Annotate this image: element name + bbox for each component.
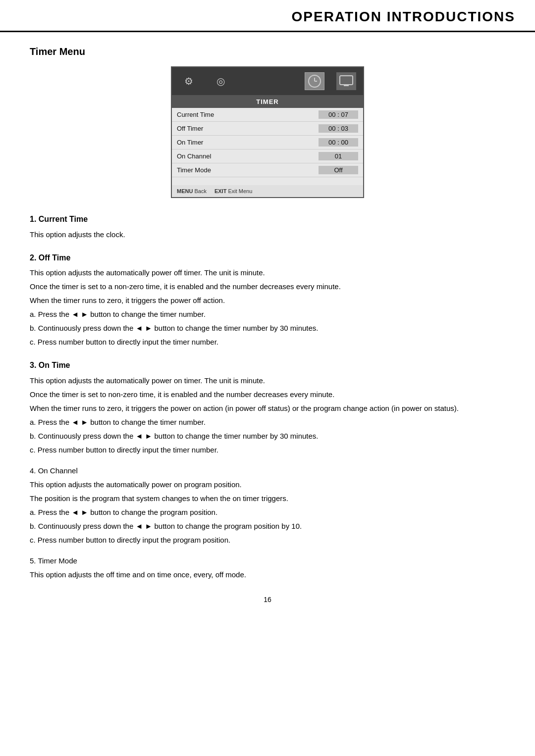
- section-3-para-0: This option adjusts the automatically po…: [30, 375, 505, 387]
- table-row: Off Timer 00 : 03: [172, 122, 363, 136]
- footer-menu-key: MENU Back: [177, 188, 207, 194]
- section-4-para-4: c. Press number button to directly input…: [30, 534, 505, 546]
- row-label: Timer Mode: [177, 166, 319, 174]
- main-content: 1. Current Time This option adjusts the …: [30, 213, 505, 581]
- tv-menu-footer: MENU Back EXIT Exit Menu: [172, 185, 363, 197]
- section-3-para-2: When the timer runs to zero, it triggers…: [30, 403, 505, 414]
- settings-icon: ⚙: [179, 72, 199, 90]
- section-2-para-2: When the timer runs to zero, it triggers…: [30, 295, 505, 306]
- tv-menu-screenshot: ⚙ ◎ TIMER: [30, 66, 505, 198]
- section-2-para-0: This option adjusts the automatically po…: [30, 267, 505, 279]
- table-row: Timer Mode Off: [172, 163, 363, 177]
- section-2-para-3: a. Press the ◄ ► button to change the ti…: [30, 308, 505, 320]
- section-4-para-0: This option adjusts the automatically po…: [30, 479, 505, 491]
- svg-rect-3: [340, 76, 353, 85]
- section-5-para-0: This option adjusts the off time and on …: [30, 569, 505, 581]
- section-3-para-3: a. Press the ◄ ► button to change the ti…: [30, 416, 505, 428]
- table-row: On Timer 00 : 00: [172, 136, 363, 150]
- section-2-para-5: c. Press number button to directly input…: [30, 336, 505, 348]
- row-label: Off Timer: [177, 125, 319, 132]
- footer-exit-key: EXIT Exit Menu: [214, 188, 252, 194]
- section-3-heading: 3. On Time: [30, 359, 505, 372]
- tv-menu-header: TIMER: [172, 96, 363, 108]
- table-row: On Channel 01: [172, 150, 363, 163]
- section-2-heading: 2. Off Time: [30, 252, 505, 264]
- tv-menu: ⚙ ◎ TIMER: [171, 66, 364, 198]
- input-icon: ◎: [211, 72, 230, 90]
- page-header: OPERATION INTRODUCTIONS: [0, 0, 535, 32]
- row-value: 01: [319, 152, 358, 160]
- row-value: Off: [319, 166, 358, 174]
- section-3-para-1: Once the timer is set to non-zero time, …: [30, 389, 505, 401]
- page-number: 16: [30, 596, 505, 604]
- section-3-para-4: b. Continuously press down the ◄ ► butto…: [30, 430, 505, 442]
- row-value: 00 : 00: [319, 138, 358, 147]
- section-1-para-0: This option adjusts the clock.: [30, 229, 505, 241]
- page-title: OPERATION INTRODUCTIONS: [20, 9, 515, 25]
- section-1-heading: 1. Current Time: [30, 213, 505, 226]
- tv-menu-icons-row: ⚙ ◎: [172, 67, 363, 96]
- row-label: Current Time: [177, 111, 319, 118]
- table-row: Current Time 00 : 07: [172, 108, 363, 122]
- section-2-para-1: Once the timer is set to a non-zero time…: [30, 281, 505, 293]
- section-title: Timer Menu: [30, 46, 505, 57]
- section-4-para-3: b. Continuously press down the ◄ ► butto…: [30, 520, 505, 532]
- section-4-heading: 4. On Channel: [30, 465, 505, 477]
- row-label: On Timer: [177, 139, 319, 146]
- section-2-para-4: b. Continuously press down the ◄ ► butto…: [30, 322, 505, 334]
- section-4-para-1: The position is the program that system …: [30, 493, 505, 504]
- section-3-para-5: c. Press number button to directly input…: [30, 444, 505, 456]
- row-value: 00 : 07: [319, 110, 358, 119]
- section-4-para-2: a. Press the ◄ ► button to change the pr…: [30, 506, 505, 518]
- tv-screen-icon: [336, 72, 356, 90]
- row-label: On Channel: [177, 152, 319, 160]
- tv-menu-rows: Current Time 00 : 07 Off Timer 00 : 03 O…: [172, 108, 363, 185]
- section-5-heading: 5. Timer Mode: [30, 555, 505, 567]
- clock-icon: [305, 72, 324, 90]
- row-value: 00 : 03: [319, 124, 358, 133]
